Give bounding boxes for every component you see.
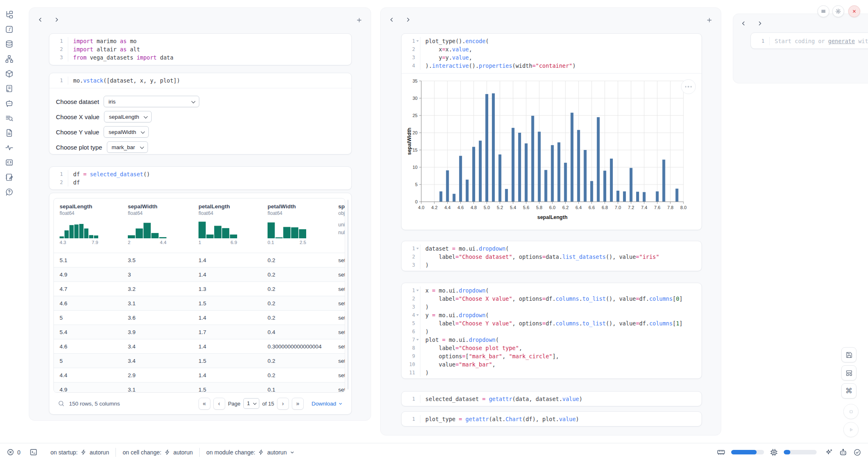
search-icon[interactable] [58,400,65,407]
code-cell-plot[interactable]: 1plot_type().encode(2 x=x.value,3 y=y.va… [401,33,702,230]
table-row[interactable]: 4.73.21.30.2setosa [54,281,345,296]
run-button[interactable] [843,422,859,437]
code-cell-plot-type[interactable]: 1plot_type = getattr(alt.Chart(df), plot… [401,411,702,426]
prev-page-button[interactable]: ‹ [213,398,225,410]
table-row[interactable]: 4.93.11.50.1setosa [54,382,345,393]
altair-chart[interactable]: 4.04.24.44.64.85.05.25.45.65.86.06.26.46… [402,74,702,222]
svg-text:5.2: 5.2 [497,205,503,210]
add-cell-icon[interactable] [706,17,713,23]
code-line: 1df = selected_dataset() [49,170,351,178]
generate-link[interactable]: generate [828,38,855,44]
table-row[interactable]: 53.41.50.2setosa [54,353,345,368]
scratchpad-icon[interactable] [5,173,14,182]
fold-chevron-icon[interactable] [416,40,419,42]
page-select[interactable]: 1 [243,398,259,409]
table-row[interactable]: 4.931.40.2setosa [54,267,345,281]
settings-button[interactable] [832,5,844,17]
dataframe-output: sepalLengthfloat644.37.9sepalWidthfloat6… [49,193,352,415]
fold-chevron-icon[interactable] [416,248,419,249]
table-row[interactable]: 53.61.40.2setosa [54,310,345,325]
dependency-graph-icon[interactable] [5,54,14,63]
chart-bar [472,147,475,202]
chart-menu-icon[interactable] [681,79,696,94]
check-circle-icon[interactable] [853,448,861,456]
close-button[interactable] [848,5,860,17]
next-page-button[interactable]: › [277,398,289,410]
table-footer: 150 rows, 5 columns « ‹ Page 1 of 15 › »… [53,395,345,412]
code-cell-dataset-dropdown[interactable]: 1dataset = mo.ui.dropdown(2 label="Choos… [401,241,702,271]
help-icon[interactable] [5,187,14,196]
code-line: 11) [402,369,702,377]
column-next-icon[interactable] [405,17,411,23]
table-row[interactable]: 4.63.11.50.2setosa [54,296,345,310]
table-row[interactable]: 4.63.41.40.3000000000000004setosa [54,339,345,353]
save-button[interactable] [841,347,856,362]
file-tree-icon[interactable] [5,10,14,19]
keyboard-shortcuts-button[interactable]: ⌘ [841,383,856,399]
chevron-down-icon [338,401,343,406]
dropdown-select[interactable]: mark_bar [107,141,148,153]
column-header-petalWidth[interactable]: petalWidthfloat640.12.5 [262,198,332,253]
column-header-sepalWidth[interactable]: sepalWidthfloat6424.4 [122,198,193,253]
snippets-icon[interactable] [5,158,14,167]
run-config-item[interactable]: on module change:autorun [203,449,298,456]
table-cell: 5 [54,315,122,321]
robot-icon[interactable] [839,448,847,456]
chart-bar [597,117,600,202]
fold-chevron-icon[interactable] [416,314,419,316]
column-header-sepalLength[interactable]: sepalLengthfloat644.37.9 [54,198,122,253]
menu-button[interactable] [817,5,829,17]
last-page-button[interactable]: » [292,398,304,410]
layout-button[interactable] [841,365,856,380]
download-button[interactable]: Download [312,401,343,407]
sparkles-icon[interactable] [825,448,833,456]
functions-icon[interactable]: f [5,25,14,34]
column-header-petalLength[interactable]: petalLengthfloat6416.9 [193,198,262,253]
run-config-item[interactable]: on startup:autorun [47,449,113,456]
dropdown-select[interactable]: iris [104,96,199,107]
run-config-item[interactable]: on cell change:autorun [119,449,196,456]
packages-icon[interactable] [5,69,14,78]
code-cell-vstack[interactable]: 1mo.vstack([dataset, x, y, plot]) Choose… [49,73,352,154]
code-cell-xy-plot-dropdowns[interactable]: 1x = mo.ui.dropdown(2 label="Choose X va… [401,283,702,379]
svg-text:f: f [8,27,11,32]
dropdown-select[interactable]: sepalLength [104,111,152,122]
fold-chevron-icon[interactable] [416,339,419,341]
outline-icon[interactable] [5,128,14,137]
table-row[interactable]: 4.42.91.40.2setosa [54,368,345,382]
chart-bar [656,191,659,202]
tracing-icon[interactable] [5,143,14,152]
histogram-bar [214,226,222,238]
stop-button[interactable] [843,404,859,419]
column-prev-icon[interactable] [37,17,43,23]
logs-icon[interactable] [5,113,14,122]
errors-indicator[interactable]: 0 [7,448,21,456]
histogram-bar [230,235,237,238]
add-cell-icon[interactable] [356,17,362,23]
chart-bar [636,192,639,202]
empty-code-cell[interactable]: 1 Start coding or generate with [750,32,868,49]
table-cell: 1.4 [193,372,262,378]
fold-chevron-icon[interactable] [416,290,419,291]
column-nav [37,17,60,23]
column-header-species[interactable]: speciesobjectunique:nulls: [332,198,345,253]
svg-text:0: 0 [415,199,418,204]
first-page-button[interactable]: « [199,398,210,410]
dropdown-select[interactable]: sepalWidth [104,126,149,138]
code-cell-selected-dataset[interactable]: 1selected_dataset = getattr(data, datase… [401,391,702,406]
documentation-icon[interactable] [5,84,14,93]
table-scrollbar[interactable] [347,200,349,390]
ai-chat-icon[interactable] [5,99,14,108]
table-row[interactable]: 5.43.91.70.4setosa [54,325,345,339]
code-cell-imports[interactable]: 1import marimo as mo2import altair as al… [49,33,352,65]
code-cell-df[interactable]: 1df = selected_dataset()2df [49,166,352,190]
datasources-icon[interactable] [5,39,14,48]
table-row[interactable]: 5.13.51.40.2setosa [54,253,345,267]
chart-bar [623,191,626,202]
column-next-icon[interactable] [757,21,763,26]
column-next-icon[interactable] [54,17,60,23]
column-prev-icon[interactable] [389,17,395,23]
terminal-button[interactable] [30,448,37,456]
column-prev-icon[interactable] [741,21,746,26]
svg-text:8.0: 8.0 [680,205,686,210]
